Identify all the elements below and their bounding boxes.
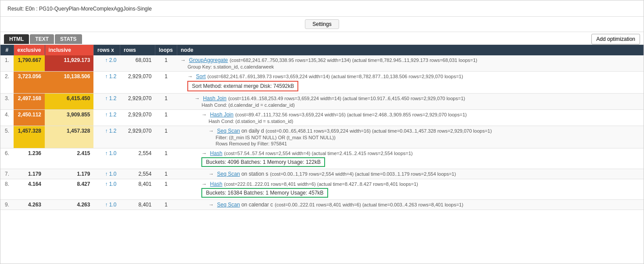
cell-loops: 1 (155, 72, 177, 94)
table-row: 1.1,790.66711,929.173↑ 2.068,0311→ Group… (0, 55, 644, 72)
node-detail: (cost=0.00..1,179 rows=2,554 width=4) (a… (270, 171, 456, 177)
node-link2: on daily d (240, 128, 264, 134)
cell-inclusive: 1,457.328 (45, 126, 93, 148)
cell-exclusive: 1,457.328 (14, 126, 45, 148)
tab-text[interactable]: TEXT (30, 34, 54, 44)
node-arrow: → (208, 171, 215, 177)
main-window: Result: E0n : PG10-QueryPlan-MoreComplex… (0, 0, 644, 264)
cell-inclusive: 4.263 (45, 200, 93, 210)
node-arrow: → (187, 73, 194, 80)
table-row: 5.1,457.3281,457.328↑ 1.22,929,0701→ Seq… (0, 126, 644, 148)
node-detail: (cost=0.00..65,458.11 rows=3,659,224 wid… (266, 128, 492, 134)
cell-num: 7. (0, 169, 14, 179)
node-arrow: → (201, 112, 208, 118)
cell-node: → Seq Scan on station s(cost=0.00..1,179… (177, 169, 643, 179)
cell-loops: 1 (155, 55, 177, 72)
tab-html[interactable]: HTML (4, 34, 29, 44)
cell-inclusive: 8.427 (45, 179, 93, 200)
node-detail: (cost=682,241.67..750,338.95 rows=135,36… (230, 58, 477, 63)
node-link2: on station s (240, 171, 268, 177)
node-link[interactable]: GroupAggregate (189, 57, 228, 63)
cell-inclusive: 1.179 (45, 169, 93, 179)
cell-exclusive: 1.179 (14, 169, 45, 179)
col-header-loops: loops (155, 45, 177, 55)
cell-inclusive: 2.415 (45, 148, 93, 169)
settings-bar: Settings (0, 17, 644, 32)
cell-rowsx: ↑ 1.2 (93, 110, 120, 126)
cell-rowsx: ↑ 1.0 (93, 179, 120, 200)
cell-inclusive: 6,415.450 (45, 94, 93, 110)
cell-node: → Hash Join(cost=89.47..111,732.56 rows=… (177, 110, 643, 126)
table-row: 9.4.2634.263↑ 1.08,4011→ Seq Scan on cal… (0, 200, 644, 210)
tabs-row: HTML TEXT STATS Add optimization (0, 32, 644, 45)
highlight-orange-box: Sort Method: external merge Disk: 74592k… (187, 81, 298, 91)
node-link[interactable]: Sort (196, 73, 206, 80)
highlight-green-box: Buckets: 4096 Batches: 1 Memory Usage: 1… (201, 157, 325, 167)
cell-num: 4. (0, 110, 14, 126)
cell-node: → Seq Scan on daily d(cost=0.00..65,458.… (177, 126, 643, 148)
cell-exclusive: 1,790.667 (14, 55, 45, 72)
col-header-inclusive: inclusive (45, 45, 93, 55)
cell-node: → Seq Scan on calendar c(cost=0.00..222.… (177, 200, 643, 210)
cell-loops: 1 (155, 148, 177, 169)
query-plan-table: # exclusive inclusive rows x rows loops … (0, 45, 644, 210)
cell-inclusive: 11,929.173 (45, 55, 93, 72)
cell-exclusive: 4.263 (14, 200, 45, 210)
node-link[interactable]: Hash Join (210, 112, 233, 118)
cell-rowsx: ↑ 1.0 (93, 169, 120, 179)
node-detail: (cost=0.00..222.01 rows=8,401 width=6) (… (275, 202, 463, 207)
title-bar: Result: E0n : PG10-QueryPlan-MoreComplex… (0, 0, 644, 17)
cell-num: 2. (0, 72, 14, 94)
node-sub-line: Filter: ((t_min IS NOT NULL) OR (t_max I… (180, 135, 640, 140)
cell-loops: 1 (155, 179, 177, 200)
col-header-rows: rows (120, 45, 155, 55)
cell-rows: 2,929,070 (120, 72, 155, 94)
cell-rows: 2,929,070 (120, 94, 155, 110)
node-link[interactable]: Hash Join (203, 95, 226, 101)
node-link[interactable]: Seq Scan (217, 171, 240, 177)
cell-rows: 2,929,070 (120, 110, 155, 126)
tabs-left: HTML TEXT STATS (4, 34, 82, 44)
table-row: 2.3,723.05610,138.506↑ 1.22,929,0701→ So… (0, 72, 644, 94)
node-link[interactable]: Seq Scan (217, 128, 240, 134)
cell-rowsx: ↑ 1.0 (93, 148, 120, 169)
cell-rows: 2,554 (120, 148, 155, 169)
cell-node: → Sort(cost=682,241.67..691,389.73 rows=… (177, 72, 643, 94)
node-detail: (cost=222.01..222.01 rows=8,401 width=6)… (224, 181, 418, 187)
node-arrow: → (201, 150, 208, 156)
settings-button[interactable]: Settings (305, 19, 339, 29)
cell-exclusive: 1.236 (14, 148, 45, 169)
cell-loops: 1 (155, 110, 177, 126)
add-optimization-button[interactable]: Add optimization (591, 34, 640, 44)
cell-inclusive: 10,138.506 (45, 72, 93, 94)
node-detail: (cost=116.49..158,253.49 rows=3,659,224 … (228, 96, 465, 101)
cell-num: 1. (0, 55, 14, 72)
cell-loops: 1 (155, 169, 177, 179)
cell-num: 3. (0, 94, 14, 110)
cell-node: → Hash(cost=222.01..222.01 rows=8,401 wi… (177, 179, 643, 200)
table-row: 8.4.1648.427↑ 1.08,4011→ Hash(cost=222.0… (0, 179, 644, 200)
node-sub-line: Rows Removed by Filter: 975841 (180, 141, 640, 146)
node-link[interactable]: Hash (210, 150, 222, 156)
node-detail: (cost=89.47..111,732.56 rows=3,659,224 w… (235, 112, 467, 117)
cell-exclusive: 4.164 (14, 179, 45, 200)
node-detail: (cost=682,241.67..691,389.73 rows=3,659,… (208, 74, 463, 79)
cell-node: → Hash(cost=57.54..57.54 rows=2,554 widt… (177, 148, 643, 169)
node-link[interactable]: Seq Scan (217, 202, 240, 208)
node-link[interactable]: Hash (210, 181, 222, 187)
cell-num: 8. (0, 179, 14, 200)
table-row: 4.2,450.1123,909.855↑ 1.22,929,0701→ Has… (0, 110, 644, 126)
col-header-num: # (0, 45, 14, 55)
cell-node: → Hash Join(cost=116.49..158,253.49 rows… (177, 94, 643, 110)
cell-rowsx: ↑ 1.0 (93, 200, 120, 210)
node-sub-line: Hash Cond: (d.station_id = s.station_id) (180, 119, 640, 124)
cell-loops: 1 (155, 126, 177, 148)
cell-rows: 8,401 (120, 200, 155, 210)
tab-stats[interactable]: STATS (55, 34, 82, 44)
table-container: # exclusive inclusive rows x rows loops … (0, 45, 644, 210)
table-header-row: # exclusive inclusive rows x rows loops … (0, 45, 644, 55)
col-header-node: node (177, 45, 643, 55)
cell-rows: 2,929,070 (120, 126, 155, 148)
cell-loops: 1 (155, 94, 177, 110)
cell-rowsx: ↑ 1.2 (93, 72, 120, 94)
